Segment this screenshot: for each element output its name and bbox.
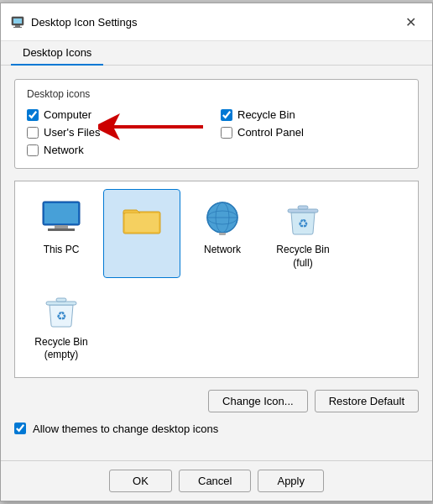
svg-rect-17 [298, 206, 308, 209]
checkbox-label-control-panel: Control Panel [237, 126, 304, 139]
recycle-empty-icon: ♻ [39, 289, 83, 333]
change-icon-button[interactable]: Change Icon... [208, 390, 308, 412]
title-bar: Desktop Icon Settings ✕ [1, 3, 432, 41]
ok-button[interactable]: OK [109, 470, 172, 492]
network-icon [201, 197, 244, 240]
tab-bar: Desktop Icons [1, 41, 432, 66]
checkbox-item-control-panel[interactable]: Control Panel [221, 126, 406, 139]
checkbox-label-computer: Computer [44, 108, 91, 121]
checkbox-network[interactable] [27, 144, 39, 156]
group-label: Desktop icons [27, 88, 406, 100]
icon-item-recycle-full[interactable]: ♻ Recycle Bin (full) [265, 190, 341, 276]
users-files-icon [120, 197, 164, 240]
recycle-full-icon: ♻ [281, 197, 325, 240]
svg-rect-9 [125, 213, 159, 232]
svg-rect-15 [219, 233, 226, 235]
checkbox-item-recycle-bin[interactable]: Recycle Bin [221, 108, 406, 121]
svg-text:♻: ♻ [298, 217, 309, 230]
dialog-window: Desktop Icon Settings ✕ Desktop Icons De… [0, 3, 433, 501]
checkbox-item-network[interactable]: Network [27, 144, 212, 156]
close-button[interactable]: ✕ [399, 10, 422, 34]
checkbox-users-files[interactable] [27, 127, 39, 139]
svg-rect-3 [13, 27, 22, 28]
icon-label-this-pc: This PC [44, 244, 80, 257]
svg-rect-2 [15, 25, 20, 27]
checkbox-label-recycle-bin: Recycle Bin [237, 108, 295, 121]
icon-grid: This PC [23, 190, 410, 368]
restore-default-button[interactable]: Restore Default [315, 390, 419, 412]
checkbox-label-users-files: User's Files [44, 126, 101, 139]
icon-action-buttons: Change Icon... Restore Default [14, 390, 419, 412]
cancel-button[interactable]: Cancel [179, 470, 251, 492]
icon-grid-box: This PC [14, 181, 419, 377]
svg-rect-5 [44, 203, 78, 223]
allow-themes-row: Allow themes to change desktop icons [14, 423, 419, 435]
icon-label-recycle-full: Recycle Bin (full) [269, 244, 337, 270]
icon-item-network[interactable]: Network [185, 190, 260, 276]
icon-label-network: Network [204, 244, 241, 257]
window-icon [11, 15, 24, 29]
tab-desktop-icons[interactable]: Desktop Icons [11, 41, 103, 66]
checkbox-label-network: Network [44, 144, 84, 156]
this-pc-icon [39, 197, 83, 240]
svg-rect-20 [56, 298, 66, 302]
checkbox-control-panel[interactable] [221, 127, 232, 139]
icon-label-recycle-empty: Recycle Bin (empty) [27, 336, 96, 362]
checkbox-item-computer[interactable]: Computer [27, 108, 212, 121]
desktop-icons-group: Desktop icons Computer Recycle Bin User'… [14, 79, 419, 169]
svg-rect-6 [55, 225, 68, 228]
svg-rect-19 [46, 302, 76, 305]
svg-rect-1 [13, 18, 22, 24]
svg-text:♻: ♻ [56, 309, 67, 323]
allow-themes-label: Allow themes to change desktop icons [33, 423, 218, 435]
content-area: Desktop icons Computer Recycle Bin User'… [1, 66, 432, 459]
icon-item-users-files[interactable] [104, 190, 180, 276]
checkbox-computer[interactable] [27, 109, 39, 121]
checkbox-recycle-bin[interactable] [221, 109, 232, 121]
bottom-bar: OK Cancel Apply [1, 460, 432, 501]
window-title: Desktop Icon Settings [31, 16, 399, 29]
svg-rect-16 [288, 209, 318, 213]
icon-item-recycle-empty[interactable]: ♻ Recycle Bin (empty) [23, 282, 99, 369]
checkboxes-grid: Computer Recycle Bin User's Files Contro… [27, 108, 406, 156]
svg-rect-7 [48, 228, 75, 231]
apply-button[interactable]: Apply [258, 470, 324, 492]
checkbox-item-users-files[interactable]: User's Files [27, 126, 212, 139]
allow-themes-checkbox[interactable] [14, 423, 26, 434]
icon-item-this-pc[interactable]: This PC [23, 190, 99, 276]
